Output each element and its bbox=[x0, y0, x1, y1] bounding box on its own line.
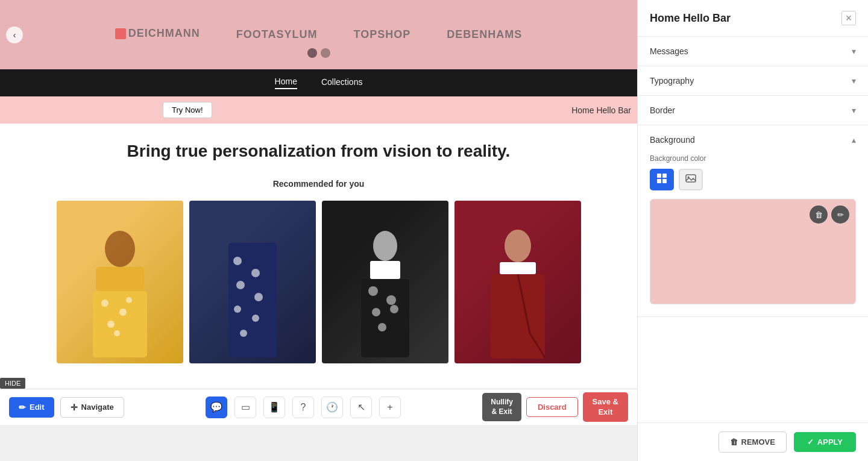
svg-rect-31 bbox=[686, 175, 696, 182]
pointer-button[interactable]: ↖ bbox=[350, 397, 372, 418]
svg-point-12 bbox=[254, 293, 263, 301]
svg-point-21 bbox=[372, 308, 380, 316]
color-type-icon bbox=[656, 172, 668, 187]
typography-label: Typography bbox=[650, 76, 694, 86]
help-button[interactable]: ? bbox=[292, 397, 314, 418]
messages-arrow-icon: ▾ bbox=[852, 46, 856, 56]
background-section: Background ▴ Background color bbox=[638, 125, 868, 317]
brand-topshop: TOPSHOP bbox=[353, 28, 410, 41]
svg-rect-2 bbox=[93, 291, 147, 357]
panel-sections: Messages ▾ Typography ▾ Border ▾ Backgro… bbox=[638, 37, 868, 422]
svg-point-0 bbox=[105, 231, 135, 267]
product-card-3[interactable] bbox=[322, 201, 448, 363]
navigate-button[interactable]: ✛ Navigate bbox=[60, 397, 124, 418]
remove-button[interactable]: 🗑 REMOVE bbox=[719, 431, 787, 453]
nullify-exit-button[interactable]: Nullify & Exit bbox=[482, 393, 521, 421]
svg-point-7 bbox=[114, 330, 120, 336]
background-label: Background bbox=[650, 135, 695, 145]
products-grid bbox=[12, 201, 625, 363]
nav-item-collections[interactable]: Collections bbox=[321, 77, 362, 89]
product-card-4[interactable] bbox=[454, 201, 581, 363]
edit-icon: ✏ bbox=[19, 403, 26, 412]
svg-rect-30 bbox=[662, 179, 667, 183]
color-preview-box[interactable]: 🗑 ✏ bbox=[650, 199, 856, 304]
messages-section[interactable]: Messages ▾ bbox=[638, 37, 868, 66]
product-image-3 bbox=[343, 213, 427, 363]
svg-point-6 bbox=[126, 297, 132, 303]
discard-button[interactable]: Discard bbox=[526, 397, 578, 417]
image-type-button[interactable] bbox=[679, 169, 703, 190]
border-section[interactable]: Border ▾ bbox=[638, 96, 868, 125]
delete-color-button[interactable]: 🗑 bbox=[810, 205, 828, 224]
apply-button[interactable]: ✓ APPLY bbox=[794, 432, 856, 452]
canvas-area: ‹ DEICHMANN FOOTASYLUM TOPSHOP DEBENHAMS… bbox=[0, 0, 637, 425]
save-exit-button[interactable]: Save & Exit bbox=[583, 392, 628, 422]
pointer-icon: ↖ bbox=[357, 401, 365, 413]
tablet-device-button[interactable]: ▭ bbox=[234, 397, 256, 418]
history-button[interactable]: 🕐 bbox=[321, 397, 343, 418]
svg-rect-25 bbox=[500, 262, 536, 274]
navigation-bar: Home Collections bbox=[0, 69, 637, 96]
edit-button[interactable]: ✏ Edit bbox=[9, 397, 54, 418]
toolbar-center: 💬 ▭ 📱 ? 🕐 ↖ + bbox=[206, 397, 401, 418]
svg-point-15 bbox=[240, 330, 247, 337]
product-card-1[interactable] bbox=[57, 201, 183, 363]
add-button[interactable]: + bbox=[379, 397, 401, 418]
brand-footasylum: FOOTASYLUM bbox=[236, 28, 318, 41]
recommended-label: Recommended for you bbox=[12, 179, 625, 189]
svg-point-24 bbox=[505, 230, 531, 262]
apply-check-icon: ✓ bbox=[807, 437, 814, 447]
help-icon: ? bbox=[301, 402, 306, 413]
desktop-icon: 💬 bbox=[210, 401, 222, 413]
mobile-icon: 📱 bbox=[268, 401, 280, 413]
main-content: Bring true personalization from vision t… bbox=[0, 124, 637, 363]
main-headline: Bring true personalization from vision t… bbox=[12, 142, 625, 161]
typography-section[interactable]: Typography ▾ bbox=[638, 66, 868, 96]
history-icon: 🕐 bbox=[326, 401, 338, 413]
brands-list: DEICHMANN FOOTASYLUM TOPSHOP DEBENHAMS bbox=[115, 27, 522, 42]
navigate-icon: ✛ bbox=[71, 403, 78, 412]
svg-point-22 bbox=[390, 305, 398, 313]
bg-type-buttons bbox=[650, 169, 856, 190]
hide-label[interactable]: HIDE bbox=[0, 378, 25, 389]
svg-rect-29 bbox=[657, 179, 661, 183]
svg-point-20 bbox=[386, 295, 396, 305]
hello-bar: Try Now! Home Hello Bar bbox=[0, 96, 637, 124]
background-section-header[interactable]: Background ▴ bbox=[638, 125, 868, 154]
background-content: Background color bbox=[638, 154, 868, 316]
carousel-prev-button[interactable]: ‹ bbox=[6, 27, 23, 43]
svg-point-4 bbox=[119, 309, 127, 316]
hello-bar-text: Home Hello Bar bbox=[571, 105, 631, 115]
color-section-label: Background color bbox=[650, 154, 856, 163]
bottom-toolbar: ✏ Edit ✛ Navigate 💬 ▭ 📱 ? 🕐 bbox=[0, 389, 637, 425]
nav-item-home[interactable]: Home bbox=[275, 77, 297, 89]
close-button[interactable]: × bbox=[841, 11, 856, 25]
desktop-device-button[interactable]: 💬 bbox=[206, 397, 227, 418]
brand-debenhams: DEBENHAMS bbox=[447, 28, 522, 41]
remove-icon: 🗑 bbox=[730, 437, 738, 447]
image-type-icon bbox=[685, 172, 697, 187]
carousel-dot-2[interactable] bbox=[321, 48, 330, 58]
svg-point-23 bbox=[378, 323, 386, 331]
try-now-button[interactable]: Try Now! bbox=[163, 102, 212, 118]
trash-icon: 🗑 bbox=[815, 210, 823, 219]
mobile-device-button[interactable]: 📱 bbox=[263, 397, 285, 418]
product-image-4 bbox=[476, 213, 560, 363]
product-image-2 bbox=[210, 213, 295, 363]
svg-point-16 bbox=[373, 231, 397, 261]
panel-title: Home Hello Bar bbox=[650, 12, 731, 25]
color-type-button[interactable] bbox=[650, 169, 674, 190]
svg-point-13 bbox=[234, 306, 241, 313]
product-image-1 bbox=[78, 213, 162, 363]
carousel-dot-1[interactable] bbox=[307, 48, 317, 58]
edit-color-button[interactable]: ✏ bbox=[831, 205, 849, 224]
product-card-2[interactable] bbox=[189, 201, 316, 363]
svg-rect-17 bbox=[370, 261, 400, 279]
background-arrow-icon: ▴ bbox=[852, 135, 856, 145]
svg-rect-27 bbox=[657, 174, 661, 178]
svg-point-3 bbox=[101, 299, 108, 307]
brand-deichmann: DEICHMANN bbox=[115, 27, 200, 42]
typography-arrow-icon: ▾ bbox=[852, 76, 856, 86]
panel-footer: 🗑 REMOVE ✓ APPLY bbox=[638, 422, 868, 461]
svg-rect-28 bbox=[662, 174, 667, 178]
